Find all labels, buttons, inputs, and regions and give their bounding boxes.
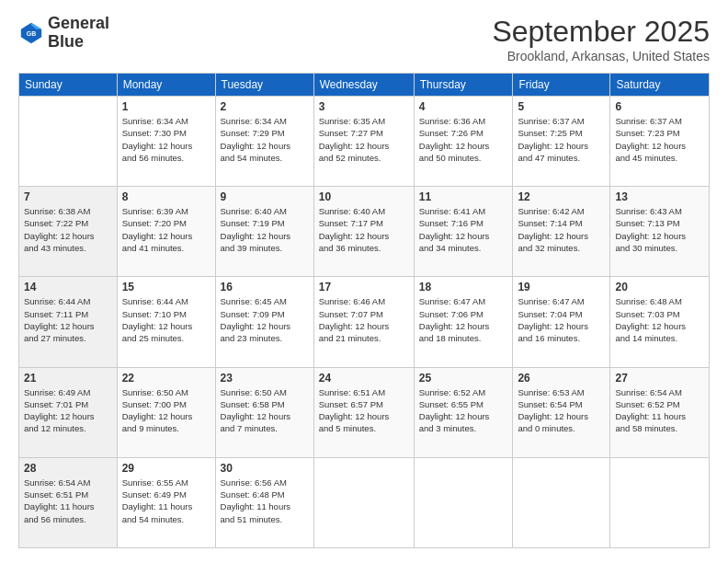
calendar-cell: 17Sunrise: 6:46 AM Sunset: 7:07 PM Dayli… xyxy=(313,277,414,367)
calendar-cell: 11Sunrise: 6:41 AM Sunset: 7:16 PM Dayli… xyxy=(414,187,513,277)
calendar-cell: 3Sunrise: 6:35 AM Sunset: 7:27 PM Daylig… xyxy=(313,97,414,187)
day-info: Sunrise: 6:53 AM Sunset: 6:54 PM Dayligh… xyxy=(518,386,605,435)
day-number: 25 xyxy=(419,372,508,385)
calendar-cell xyxy=(414,457,513,547)
calendar-cell: 29Sunrise: 6:55 AM Sunset: 6:49 PM Dayli… xyxy=(117,457,215,547)
calendar-cell: 18Sunrise: 6:47 AM Sunset: 7:06 PM Dayli… xyxy=(414,277,513,367)
day-info: Sunrise: 6:37 AM Sunset: 7:23 PM Dayligh… xyxy=(615,115,704,164)
logo-line2: Blue xyxy=(48,33,109,52)
day-number: 17 xyxy=(319,281,409,293)
day-number: 30 xyxy=(221,462,309,475)
calendar-header-saturday: Saturday xyxy=(610,74,710,97)
title-block: September 2025 Brookland, Arkansas, Unit… xyxy=(492,15,710,63)
day-number: 11 xyxy=(419,190,508,203)
header: GB General Blue September 2025 Brookland… xyxy=(18,15,710,63)
calendar-cell: 24Sunrise: 6:51 AM Sunset: 6:57 PM Dayli… xyxy=(313,367,414,457)
day-info: Sunrise: 6:56 AM Sunset: 6:48 PM Dayligh… xyxy=(221,477,309,525)
calendar-week-3: 14Sunrise: 6:44 AM Sunset: 7:11 PM Dayli… xyxy=(19,277,710,367)
location: Brookland, Arkansas, United States xyxy=(492,49,710,63)
day-number: 14 xyxy=(24,281,112,293)
day-number: 10 xyxy=(319,190,409,203)
calendar-cell: 6Sunrise: 6:37 AM Sunset: 7:23 PM Daylig… xyxy=(610,97,710,187)
calendar-header-thursday: Thursday xyxy=(414,74,513,97)
logo: GB General Blue xyxy=(18,15,109,52)
logo-text: General Blue xyxy=(48,15,109,52)
calendar-cell: 14Sunrise: 6:44 AM Sunset: 7:11 PM Dayli… xyxy=(19,277,118,367)
day-info: Sunrise: 6:34 AM Sunset: 7:30 PM Dayligh… xyxy=(122,115,210,164)
calendar-cell: 22Sunrise: 6:50 AM Sunset: 7:00 PM Dayli… xyxy=(117,367,215,457)
day-info: Sunrise: 6:40 AM Sunset: 7:17 PM Dayligh… xyxy=(319,205,409,254)
calendar-cell: 23Sunrise: 6:50 AM Sunset: 6:58 PM Dayli… xyxy=(215,367,313,457)
day-info: Sunrise: 6:47 AM Sunset: 7:04 PM Dayligh… xyxy=(518,295,605,344)
day-info: Sunrise: 6:50 AM Sunset: 6:58 PM Dayligh… xyxy=(221,386,309,435)
day-info: Sunrise: 6:43 AM Sunset: 7:13 PM Dayligh… xyxy=(615,205,704,254)
logo-line1: General xyxy=(48,15,109,33)
calendar-cell: 12Sunrise: 6:42 AM Sunset: 7:14 PM Dayli… xyxy=(513,187,610,277)
day-info: Sunrise: 6:38 AM Sunset: 7:22 PM Dayligh… xyxy=(24,205,112,254)
day-number: 28 xyxy=(24,462,112,475)
day-number: 16 xyxy=(221,281,309,293)
calendar-cell: 21Sunrise: 6:49 AM Sunset: 7:01 PM Dayli… xyxy=(19,367,118,457)
day-info: Sunrise: 6:36 AM Sunset: 7:26 PM Dayligh… xyxy=(419,115,508,164)
calendar-cell: 15Sunrise: 6:44 AM Sunset: 7:10 PM Dayli… xyxy=(117,277,215,367)
day-info: Sunrise: 6:50 AM Sunset: 7:00 PM Dayligh… xyxy=(122,386,210,435)
day-info: Sunrise: 6:47 AM Sunset: 7:06 PM Dayligh… xyxy=(419,295,508,344)
day-number: 9 xyxy=(221,190,309,203)
calendar-cell: 5Sunrise: 6:37 AM Sunset: 7:25 PM Daylig… xyxy=(513,97,610,187)
calendar-cell xyxy=(513,457,610,547)
day-info: Sunrise: 6:35 AM Sunset: 7:27 PM Dayligh… xyxy=(319,115,409,164)
calendar-cell: 9Sunrise: 6:40 AM Sunset: 7:19 PM Daylig… xyxy=(215,187,313,277)
day-info: Sunrise: 6:44 AM Sunset: 7:10 PM Dayligh… xyxy=(122,295,210,344)
calendar-cell: 20Sunrise: 6:48 AM Sunset: 7:03 PM Dayli… xyxy=(610,277,710,367)
day-info: Sunrise: 6:52 AM Sunset: 6:55 PM Dayligh… xyxy=(419,386,508,435)
calendar-week-1: 1Sunrise: 6:34 AM Sunset: 7:30 PM Daylig… xyxy=(19,97,710,187)
day-number: 24 xyxy=(319,372,409,385)
calendar-cell: 28Sunrise: 6:54 AM Sunset: 6:51 PM Dayli… xyxy=(19,457,118,547)
day-info: Sunrise: 6:55 AM Sunset: 6:49 PM Dayligh… xyxy=(122,477,210,525)
day-number: 20 xyxy=(615,281,704,293)
calendar-cell xyxy=(610,457,710,547)
calendar-cell: 27Sunrise: 6:54 AM Sunset: 6:52 PM Dayli… xyxy=(610,367,710,457)
day-number: 13 xyxy=(615,190,704,203)
day-number: 27 xyxy=(615,372,704,385)
calendar-cell xyxy=(313,457,414,547)
svg-text:GB: GB xyxy=(27,30,37,37)
calendar-cell xyxy=(19,97,118,187)
calendar-header-tuesday: Tuesday xyxy=(215,74,313,97)
day-number: 26 xyxy=(518,372,605,385)
calendar-cell: 25Sunrise: 6:52 AM Sunset: 6:55 PM Dayli… xyxy=(414,367,513,457)
day-info: Sunrise: 6:39 AM Sunset: 7:20 PM Dayligh… xyxy=(122,205,210,254)
calendar-header-friday: Friday xyxy=(513,74,610,97)
day-info: Sunrise: 6:48 AM Sunset: 7:03 PM Dayligh… xyxy=(615,295,704,344)
day-number: 2 xyxy=(221,100,309,113)
calendar-week-4: 21Sunrise: 6:49 AM Sunset: 7:01 PM Dayli… xyxy=(19,367,710,457)
calendar-cell: 2Sunrise: 6:34 AM Sunset: 7:29 PM Daylig… xyxy=(215,97,313,187)
calendar-cell: 1Sunrise: 6:34 AM Sunset: 7:30 PM Daylig… xyxy=(117,97,215,187)
calendar-cell: 30Sunrise: 6:56 AM Sunset: 6:48 PM Dayli… xyxy=(215,457,313,547)
calendar-cell: 19Sunrise: 6:47 AM Sunset: 7:04 PM Dayli… xyxy=(513,277,610,367)
page: GB General Blue September 2025 Brookland… xyxy=(0,0,728,563)
day-number: 15 xyxy=(122,281,210,293)
day-info: Sunrise: 6:45 AM Sunset: 7:09 PM Dayligh… xyxy=(221,295,309,344)
day-info: Sunrise: 6:40 AM Sunset: 7:19 PM Dayligh… xyxy=(221,205,309,254)
day-number: 19 xyxy=(518,281,605,293)
day-info: Sunrise: 6:54 AM Sunset: 6:51 PM Dayligh… xyxy=(24,477,112,525)
day-number: 7 xyxy=(24,190,112,203)
day-number: 8 xyxy=(122,190,210,203)
calendar-header-row: SundayMondayTuesdayWednesdayThursdayFrid… xyxy=(19,74,710,97)
calendar-cell: 13Sunrise: 6:43 AM Sunset: 7:13 PM Dayli… xyxy=(610,187,710,277)
day-info: Sunrise: 6:37 AM Sunset: 7:25 PM Dayligh… xyxy=(518,115,605,164)
day-number: 23 xyxy=(221,372,309,385)
month-title: September 2025 xyxy=(492,15,710,49)
calendar-week-2: 7Sunrise: 6:38 AM Sunset: 7:22 PM Daylig… xyxy=(19,187,710,277)
calendar-cell: 8Sunrise: 6:39 AM Sunset: 7:20 PM Daylig… xyxy=(117,187,215,277)
day-number: 6 xyxy=(615,100,704,113)
day-number: 1 xyxy=(122,100,210,113)
calendar-cell: 26Sunrise: 6:53 AM Sunset: 6:54 PM Dayli… xyxy=(513,367,610,457)
day-number: 5 xyxy=(518,100,605,113)
day-info: Sunrise: 6:34 AM Sunset: 7:29 PM Dayligh… xyxy=(221,115,309,164)
calendar-header-monday: Monday xyxy=(117,74,215,97)
day-number: 12 xyxy=(518,190,605,203)
calendar-table: SundayMondayTuesdayWednesdayThursdayFrid… xyxy=(18,73,710,548)
day-number: 4 xyxy=(419,100,508,113)
